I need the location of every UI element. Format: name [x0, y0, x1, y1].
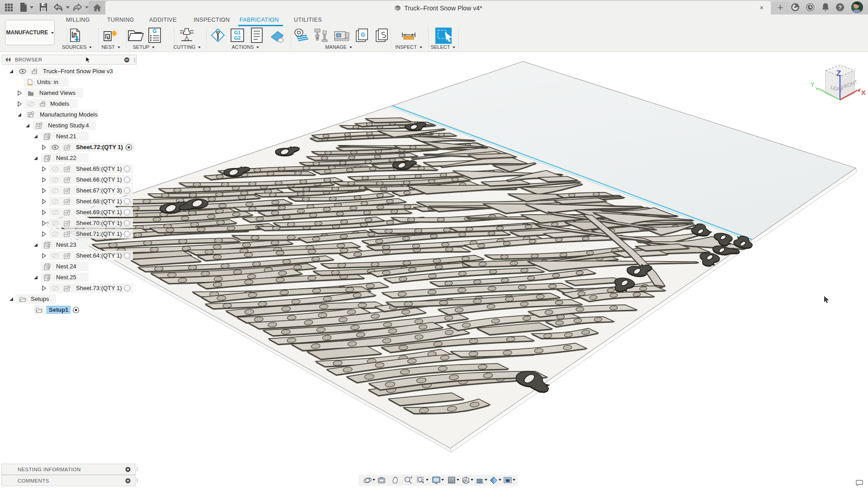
svg-text:G: G	[361, 32, 365, 38]
svg-text:X: X	[861, 89, 866, 96]
svg-text:Z: Z	[836, 69, 841, 78]
svg-text:G2: G2	[234, 35, 241, 41]
svg-text:?: ?	[838, 4, 842, 11]
svg-text:G: G	[152, 28, 156, 34]
svg-text:G1: G1	[234, 30, 241, 35]
svg-text:Y: Y	[810, 80, 815, 88]
